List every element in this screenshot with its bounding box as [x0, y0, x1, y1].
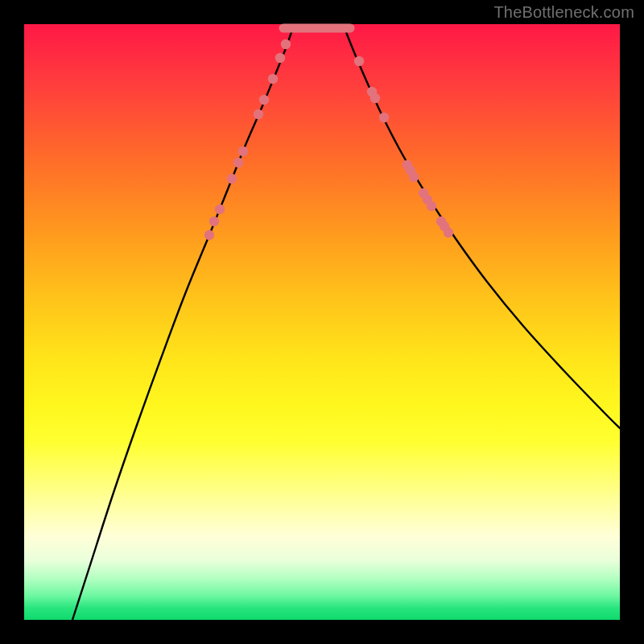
dot [227, 174, 237, 184]
dot [268, 74, 278, 84]
plot-svg [24, 24, 620, 620]
dot [238, 147, 248, 156]
dot [427, 201, 436, 211]
dots-layer [204, 39, 453, 240]
curve-layer [72, 28, 620, 620]
dot [370, 93, 380, 103]
series-right-curve [346, 32, 620, 428]
dot [204, 230, 214, 240]
dot [209, 217, 219, 226]
dot [281, 39, 291, 49]
dot [215, 204, 225, 214]
dot [233, 158, 243, 167]
dot [275, 53, 285, 63]
chart-frame: TheBottleneck.com [0, 0, 644, 644]
dot [354, 56, 364, 66]
dot [259, 95, 269, 105]
dot [254, 109, 263, 119]
dot [444, 228, 453, 237]
dot [409, 172, 419, 182]
dot [379, 113, 389, 122]
series-left-curve [72, 32, 291, 620]
watermark-text: TheBottleneck.com [493, 3, 634, 22]
plot-area [24, 24, 620, 620]
